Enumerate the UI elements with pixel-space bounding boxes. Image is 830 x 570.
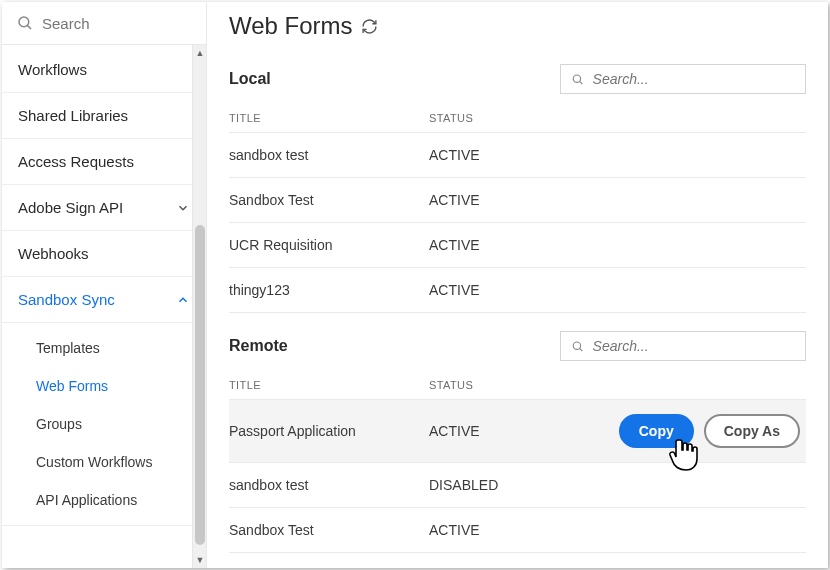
refresh-icon[interactable] xyxy=(361,18,378,35)
cell-title: Sandbox Test xyxy=(229,192,429,208)
col-header-status: STATUS xyxy=(429,379,549,391)
chevron-down-icon xyxy=(176,201,190,215)
copy-as-button[interactable]: Copy As xyxy=(704,414,800,448)
table-row[interactable]: thingy123 ACTIVE xyxy=(229,268,806,313)
cell-title: sandbox test xyxy=(229,477,429,493)
remote-table-head: TITLE STATUS xyxy=(229,371,806,400)
table-row[interactable]: Sandbox Test ACTIVE xyxy=(229,178,806,223)
main-content: Web Forms Local TITLE STATUS sandbox tes… xyxy=(207,2,828,568)
remote-search[interactable] xyxy=(560,331,806,361)
table-row[interactable]: Sandbox Test ACTIVE xyxy=(229,508,806,553)
col-header-title: TITLE xyxy=(229,379,429,391)
nav-label: Webhooks xyxy=(18,245,89,262)
svg-line-1 xyxy=(27,25,31,29)
local-section: Local TITLE STATUS sandbox test ACTIVE S… xyxy=(229,64,806,313)
cell-status: ACTIVE xyxy=(429,237,549,253)
cell-status: ACTIVE xyxy=(429,192,549,208)
sidebar-search[interactable] xyxy=(2,2,206,45)
remote-search-input[interactable] xyxy=(593,338,795,354)
svg-point-4 xyxy=(573,341,580,348)
nav-label: Shared Libraries xyxy=(18,107,128,124)
svg-point-2 xyxy=(573,74,580,81)
cell-title: Sandbox Test xyxy=(229,522,429,538)
remote-section-title: Remote xyxy=(229,337,288,355)
cell-status: ACTIVE xyxy=(429,423,549,439)
sub-item-groups[interactable]: Groups xyxy=(2,405,206,443)
scroll-down-arrow-icon[interactable]: ▼ xyxy=(193,552,206,568)
local-table-head: TITLE STATUS xyxy=(229,104,806,133)
nav-item-access-requests[interactable]: Access Requests xyxy=(2,139,206,185)
cell-status: ACTIVE xyxy=(429,522,549,538)
local-section-title: Local xyxy=(229,70,271,88)
col-header-status: STATUS xyxy=(429,112,549,124)
app-window: Workflows Shared Libraries Access Reques… xyxy=(2,2,828,568)
table-row[interactable]: sandbox test ACTIVE xyxy=(229,133,806,178)
sub-item-web-forms[interactable]: Web Forms xyxy=(2,367,206,405)
sidebar-scroll-area: Workflows Shared Libraries Access Reques… xyxy=(2,45,206,568)
cell-title: thingy123 xyxy=(229,282,429,298)
nav-item-adobe-sign-api[interactable]: Adobe Sign API xyxy=(2,185,206,231)
cell-title: sandbox test xyxy=(229,147,429,163)
cell-title: UCR Requisition xyxy=(229,237,429,253)
remote-section: Remote TITLE STATUS Passport Application… xyxy=(229,331,806,553)
copy-button[interactable]: Copy xyxy=(619,414,694,448)
nav-item-webhooks[interactable]: Webhooks xyxy=(2,231,206,277)
chevron-up-icon xyxy=(176,293,190,307)
sandbox-sync-sublist: Templates Web Forms Groups Custom Workfl… xyxy=(2,323,206,526)
search-icon xyxy=(16,14,34,32)
sub-item-templates[interactable]: Templates xyxy=(2,329,206,367)
sidebar-scrollbar[interactable]: ▲ ▼ xyxy=(192,45,206,568)
page-title-text: Web Forms xyxy=(229,12,353,40)
page-title: Web Forms xyxy=(229,2,806,58)
local-search[interactable] xyxy=(560,64,806,94)
table-row[interactable]: sandbox test DISABLED xyxy=(229,463,806,508)
search-icon xyxy=(571,339,585,354)
sidebar-search-input[interactable] xyxy=(42,15,192,32)
sidebar: Workflows Shared Libraries Access Reques… xyxy=(2,2,207,568)
nav-item-shared-libraries[interactable]: Shared Libraries xyxy=(2,93,206,139)
cell-title: Passport Application xyxy=(229,423,429,439)
table-row[interactable]: Passport Application ACTIVE Copy Copy As xyxy=(229,400,806,463)
local-search-input[interactable] xyxy=(593,71,795,87)
cell-status: ACTIVE xyxy=(429,147,549,163)
nav-label: Sandbox Sync xyxy=(18,291,115,308)
nav-label: Workflows xyxy=(18,61,87,78)
svg-line-5 xyxy=(580,348,583,351)
nav-label: Adobe Sign API xyxy=(18,199,123,216)
nav-item-workflows[interactable]: Workflows xyxy=(2,47,206,93)
svg-line-3 xyxy=(580,81,583,84)
col-header-title: TITLE xyxy=(229,112,429,124)
nav-item-sandbox-sync[interactable]: Sandbox Sync xyxy=(2,277,206,323)
table-row[interactable]: UCR Requisition ACTIVE xyxy=(229,223,806,268)
sub-item-custom-workflows[interactable]: Custom Workflows xyxy=(2,443,206,481)
nav-label: Access Requests xyxy=(18,153,134,170)
scroll-up-arrow-icon[interactable]: ▲ xyxy=(193,45,206,61)
scrollbar-thumb[interactable] xyxy=(195,225,205,545)
cell-status: DISABLED xyxy=(429,477,549,493)
search-icon xyxy=(571,72,585,87)
sub-item-api-applications[interactable]: API Applications xyxy=(2,481,206,519)
svg-point-0 xyxy=(19,17,29,27)
cell-status: ACTIVE xyxy=(429,282,549,298)
